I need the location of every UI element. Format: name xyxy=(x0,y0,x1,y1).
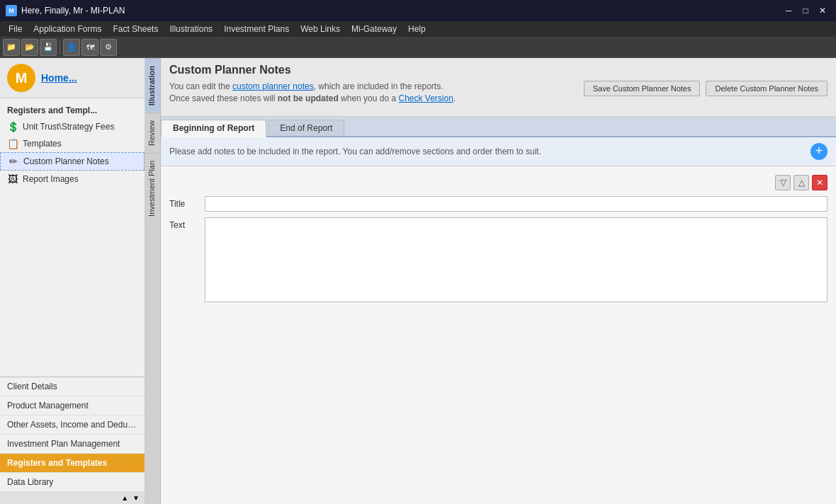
action-buttons: Save Custom Planner Notes Delete Custom … xyxy=(584,81,827,96)
bottom-nav-data-library[interactable]: Data Library xyxy=(0,473,145,492)
main-layout: M Home... Registers and Templ... 💲 Unit … xyxy=(0,58,836,504)
menu-item-file[interactable]: File xyxy=(3,21,28,37)
menu-item-web-links[interactable]: Web Links xyxy=(295,21,346,37)
content-area: Custom Planner Notes You can edit the cu… xyxy=(161,58,836,504)
unit-trust-icon: 💲 xyxy=(7,121,18,132)
sidebar-item-templates[interactable]: 📋 Templates xyxy=(0,135,145,152)
custom-planner-notes-icon: ✏ xyxy=(8,156,19,167)
menu-bar: FileApplication FormsFact SheetsIllustra… xyxy=(0,21,836,37)
bottom-nav: Client Details Product Management Other … xyxy=(0,377,145,492)
home-logo: M xyxy=(7,64,35,92)
nav-down-arrow[interactable]: ▼ xyxy=(130,493,142,503)
tabs-bar: Beginning of Report End of Report xyxy=(161,117,836,137)
bottom-nav-other-assets[interactable]: Other Assets, Income and Deduct... xyxy=(0,416,145,435)
title-label: Title xyxy=(169,196,205,209)
toolbar-open-btn[interactable]: 📂 xyxy=(21,39,38,56)
tab-beginning-of-report[interactable]: Beginning of Report xyxy=(161,120,266,137)
text-row: Text xyxy=(169,217,827,302)
desc-part1: You can edit the xyxy=(169,81,232,91)
remove-section-button[interactable]: ✕ xyxy=(812,175,827,190)
move-down-button[interactable]: ▽ xyxy=(775,175,791,190)
toolbar-save-btn[interactable]: 💾 xyxy=(40,39,57,56)
window-title: Here, Finally, Mr - MI-PLAN xyxy=(21,6,781,16)
delete-custom-planner-notes-button[interactable]: Delete Custom Planner Notes xyxy=(706,81,827,96)
menu-item-mi-gateway[interactable]: Mi-Gateway xyxy=(346,21,402,37)
home-link[interactable]: Home... xyxy=(41,72,77,84)
desc-part3: when you do a xyxy=(339,93,399,103)
minimize-button[interactable]: ─ xyxy=(781,3,796,18)
sidebar-item-unit-trust[interactable]: 💲 Unit Trust\Strategy Fees xyxy=(0,118,145,135)
add-section-button[interactable]: + xyxy=(810,143,827,160)
menu-item-fact-sheets[interactable]: Fact Sheets xyxy=(107,21,164,37)
bottom-nav-client-details[interactable]: Client Details xyxy=(0,377,145,396)
menu-item-investment-plans[interactable]: Investment Plans xyxy=(218,21,295,37)
title-bar: M Here, Finally, Mr - MI-PLAN ─ □ ✕ xyxy=(0,0,836,21)
form-area: ▽ △ ✕ Title Text xyxy=(161,166,836,504)
desc-part4: . xyxy=(453,93,456,103)
sidebar: M Home... Registers and Templ... 💲 Unit … xyxy=(0,58,145,504)
vtab-illustration[interactable]: Illustration xyxy=(145,58,160,113)
content-header: Custom Planner Notes You can edit the cu… xyxy=(161,58,836,117)
tab-end-of-report[interactable]: End of Report xyxy=(268,120,344,136)
toolbar-settings-btn[interactable]: ⚙ xyxy=(100,39,117,56)
vtab-investment-plan[interactable]: Investment Plan xyxy=(145,153,160,224)
bottom-nav-registers-and-templates[interactable]: Registers and Templates xyxy=(0,454,145,473)
save-custom-planner-notes-button[interactable]: Save Custom Planner Notes xyxy=(584,81,701,96)
desc-bold: not be updated xyxy=(278,93,339,103)
maximize-button[interactable]: □ xyxy=(798,3,813,18)
sidebar-nav: Registers and Templ... 💲 Unit Trust\Stra… xyxy=(0,98,145,372)
bottom-nav-product-management[interactable]: Product Management xyxy=(0,396,145,416)
report-images-icon: 🖼 xyxy=(7,173,18,185)
title-input[interactable] xyxy=(205,196,827,212)
menu-item-help[interactable]: Help xyxy=(402,21,431,37)
sidebar-header: M Home... xyxy=(0,58,145,98)
window-controls: ─ □ ✕ xyxy=(781,3,830,18)
menu-item-illustrations[interactable]: Illustrations xyxy=(164,21,218,37)
nav-up-arrow[interactable]: ▲ xyxy=(119,493,130,503)
close-button[interactable]: ✕ xyxy=(815,3,830,18)
page-title: Custom Planner Notes xyxy=(169,64,827,76)
controls-row: ▽ △ ✕ xyxy=(169,175,827,190)
templates-label: Templates xyxy=(23,139,62,149)
notes-info-bar: Please add notes to be included in the r… xyxy=(161,137,836,166)
text-input[interactable] xyxy=(205,217,827,302)
templates-icon: 📋 xyxy=(7,138,18,149)
sidebar-item-report-images[interactable]: 🖼 Report Images xyxy=(0,171,145,188)
toolbar-separator-1 xyxy=(60,40,60,55)
bottom-nav-arrows: ▲ ▼ xyxy=(0,492,145,504)
report-images-label: Report Images xyxy=(23,174,79,184)
toolbar-new-btn[interactable]: 📁 xyxy=(3,39,20,56)
bottom-nav-investment-plan-management[interactable]: Investment Plan Management xyxy=(0,435,145,454)
toolbar-map-btn[interactable]: 🗺 xyxy=(81,39,98,56)
vertical-tab-strip: Illustration Review Investment Plan xyxy=(145,58,161,504)
content-description: You can edit the custom planner notes, w… xyxy=(169,81,456,105)
text-label: Text xyxy=(169,217,205,230)
app-icon: M xyxy=(6,5,17,16)
unit-trust-label: Unit Trust\Strategy Fees xyxy=(23,122,114,132)
title-row: Title xyxy=(169,196,827,212)
desc-link1[interactable]: custom planner notes xyxy=(232,81,314,91)
sidebar-item-custom-planner-notes[interactable]: ✏ Custom Planner Notes xyxy=(0,152,145,171)
toolbar: 📁 📂 💾 👤 🗺 ⚙ xyxy=(0,37,836,58)
move-up-button[interactable]: △ xyxy=(793,175,809,190)
toolbar-user-btn[interactable]: 👤 xyxy=(63,39,80,56)
notes-info-text: Please add notes to be included in the r… xyxy=(169,147,541,156)
vtab-review[interactable]: Review xyxy=(145,113,160,153)
sidebar-section-title: Registers and Templ... xyxy=(0,101,145,118)
custom-planner-notes-label: Custom Planner Notes xyxy=(23,156,109,166)
desc-link2[interactable]: Check Version xyxy=(398,93,453,103)
menu-item-application-forms[interactable]: Application Forms xyxy=(28,21,107,37)
